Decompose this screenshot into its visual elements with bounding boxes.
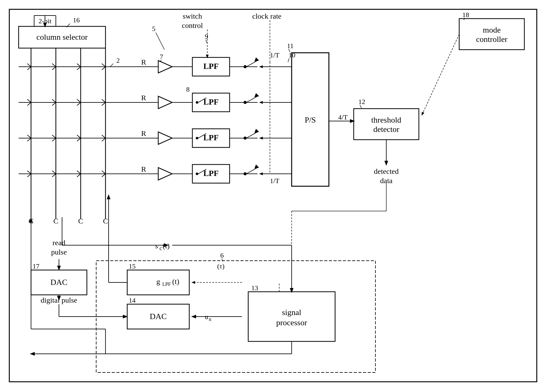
one-over-T-bot-label: 1/T — [270, 177, 280, 185]
column-selector-label: column selector — [36, 33, 88, 42]
un-sub: n — [209, 317, 211, 322]
circuit-diagram: column selector 2-bit 16 — [0, 0, 547, 392]
sample-dot-1 — [244, 65, 247, 68]
sc-t-rest: (t) — [163, 242, 170, 250]
tau-label: (τ) — [217, 262, 225, 270]
switch-sh-2 — [246, 96, 258, 102]
switch-dot-2 — [196, 101, 198, 104]
one-over-T-top-label: 1/T — [270, 51, 280, 59]
svg-line-45 — [422, 34, 459, 115]
amp-4 — [158, 168, 172, 180]
lpf-label-1: LPF — [203, 62, 218, 71]
detected-data-label: detected — [374, 167, 399, 175]
glpf-sub: LPF — [162, 282, 171, 287]
signal-processor-label2: processor — [276, 318, 307, 327]
svg-rect-1 — [9, 9, 537, 382]
sample-dot-2 — [244, 101, 247, 104]
dac14-label: DAC — [150, 312, 167, 321]
lpf-label-4: LPF — [203, 169, 218, 178]
switch-dot-4 — [196, 173, 198, 175]
ps-label: P/S — [305, 115, 316, 124]
lpf-label-3: LPF — [203, 133, 218, 142]
glpf-label: g — [156, 277, 160, 286]
switch-dot-3 — [196, 137, 198, 139]
signal-processor-label: signal — [282, 308, 301, 317]
amp-1 — [158, 61, 172, 73]
node15-label: 15 — [129, 262, 136, 270]
node13-label: 13 — [251, 284, 258, 292]
glpf-rest: (t) — [172, 277, 179, 286]
switch-sh-3 — [246, 132, 258, 138]
node11-label: 11 — [287, 42, 294, 50]
mode-controller-label: mode — [483, 25, 501, 34]
node5-label: 5 — [152, 25, 155, 33]
node12-label: 12 — [358, 98, 365, 106]
node7-label: 7 — [160, 53, 163, 61]
node6-label: 6 — [220, 251, 224, 259]
sc-t-label: s — [155, 242, 158, 250]
sc-t-sub: c — [159, 245, 162, 251]
node14-label: 14 — [129, 296, 136, 304]
r-label-1: R — [141, 58, 146, 66]
r-label-3: R — [141, 129, 146, 137]
node2-label: 2 — [116, 56, 120, 64]
amp-3 — [158, 132, 172, 144]
node8-label: 8 — [186, 85, 190, 93]
node16-label: 16 — [73, 16, 80, 24]
r-label-2: R — [141, 94, 146, 102]
four-over-T-label: 4/T — [338, 113, 348, 121]
switch-arrow-2 — [254, 93, 259, 97]
clock-rate-label: clock rate — [252, 12, 281, 20]
switch-arrow-4 — [254, 164, 259, 169]
switch-sh-1 — [246, 61, 258, 67]
mode-controller-label2: controller — [476, 35, 507, 44]
read-pulse-label: read — [52, 239, 65, 247]
node9-label: 9 — [205, 33, 208, 40]
threshold-detector-label2: detector — [373, 125, 399, 134]
dac17-label: DAC — [51, 278, 68, 287]
threshold-detector-label: threshold — [371, 115, 401, 124]
sample-dot-4 — [244, 172, 247, 175]
switch-arrow-3 — [254, 129, 259, 133]
switch-sh-4 — [246, 168, 258, 174]
switch-control-label: switch — [183, 12, 202, 20]
amp-2 — [158, 96, 172, 109]
node18-label: 18 — [462, 11, 469, 19]
node17-label: 17 — [33, 262, 39, 270]
lpf-label-2: LPF — [203, 97, 218, 106]
svg-line-19 — [156, 33, 164, 50]
switch-control-label2: control — [182, 21, 203, 29]
switch-arrow-1 — [254, 57, 259, 61]
read-pulse-label2: pulse — [51, 248, 67, 256]
r-label-4: R — [141, 165, 146, 173]
sample-dot-3 — [244, 137, 247, 140]
